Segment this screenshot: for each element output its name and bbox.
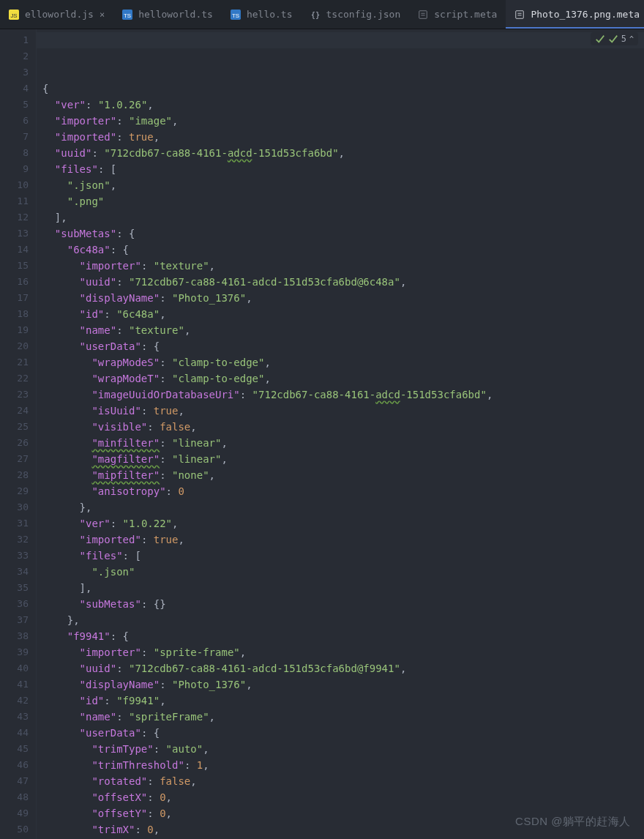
line-number: 2 bbox=[0, 48, 29, 64]
problems-badge[interactable]: 5 ^ bbox=[591, 32, 638, 45]
token bbox=[42, 357, 91, 368]
token: , bbox=[209, 711, 215, 723]
token: "name" bbox=[80, 711, 117, 723]
svg-text:TS: TS bbox=[124, 12, 131, 18]
token: ], bbox=[42, 212, 67, 223]
token: "wrapModeT" bbox=[91, 373, 160, 384]
token: "6c48a" bbox=[67, 244, 111, 256]
token: , bbox=[111, 179, 116, 191]
code-line: "displayName": "Photo_1376", bbox=[42, 676, 644, 693]
token: "mipfilter" bbox=[91, 469, 160, 481]
token bbox=[42, 147, 55, 159]
token: "texture" bbox=[154, 260, 209, 272]
meta-icon bbox=[418, 10, 428, 20]
token: : bbox=[147, 421, 160, 433]
token: : bbox=[147, 775, 160, 787]
svg-text:{}: {} bbox=[310, 10, 320, 18]
token: ], bbox=[42, 582, 91, 594]
code-line: "uuid": "712cdb67-ca88-4161-adcd-151d53c… bbox=[42, 274, 644, 290]
close-icon[interactable]: × bbox=[100, 10, 105, 20]
token bbox=[42, 550, 80, 562]
tab-label: script.meta bbox=[434, 9, 497, 20]
token bbox=[42, 759, 91, 771]
line-number: 4 bbox=[0, 81, 29, 97]
token bbox=[42, 485, 91, 497]
token: "anisotropy" bbox=[91, 485, 165, 497]
code-line: "6c48a": { bbox=[42, 242, 644, 258]
token: : bbox=[104, 695, 116, 706]
token: , bbox=[172, 518, 178, 529]
tab-helloworld-ts[interactable]: TS helloworld.ts bbox=[113, 0, 222, 29]
code-area[interactable]: { "ver": "1.0.26", "importer": "image", … bbox=[37, 29, 644, 839]
token: "1.0.26" bbox=[98, 99, 147, 111]
code-line: "userData": { bbox=[42, 725, 644, 741]
token: "displayName" bbox=[80, 292, 160, 304]
token: "ver" bbox=[80, 518, 111, 529]
token: , bbox=[339, 147, 345, 159]
token: "rotated" bbox=[91, 775, 147, 787]
code-line: "ver": "1.0.26", bbox=[42, 97, 644, 113]
line-number: 46 bbox=[0, 757, 29, 773]
token: , bbox=[487, 389, 493, 400]
line-number: 37 bbox=[0, 612, 29, 628]
token: : { bbox=[111, 244, 129, 256]
tab-script-meta[interactable]: script.meta bbox=[409, 0, 506, 29]
token: "linear" bbox=[172, 453, 221, 465]
token bbox=[42, 292, 80, 304]
token: : { bbox=[111, 630, 129, 642]
code-line: "userData": { bbox=[42, 338, 644, 354]
chevron-up-icon[interactable]: ^ bbox=[629, 35, 634, 43]
token: "importer" bbox=[80, 646, 141, 658]
token: true bbox=[154, 405, 179, 417]
line-number: 19 bbox=[0, 322, 29, 338]
token: : bbox=[116, 131, 129, 143]
editor: 1234567891011121314151617181920212223242… bbox=[0, 29, 644, 839]
code-line: ], bbox=[42, 209, 644, 225]
token: }, bbox=[42, 614, 80, 626]
token: 0 bbox=[160, 808, 165, 819]
token bbox=[42, 711, 80, 723]
token: : { bbox=[141, 727, 160, 739]
token bbox=[42, 598, 80, 610]
line-number: 8 bbox=[0, 145, 29, 161]
token: : [ bbox=[123, 550, 141, 562]
watermark: CSDN @躺平的赶海人 bbox=[515, 815, 631, 829]
ts-icon: TS bbox=[122, 10, 132, 20]
token: "offsetX" bbox=[91, 791, 147, 803]
token: , bbox=[246, 292, 252, 304]
token bbox=[42, 518, 80, 529]
token: , bbox=[178, 405, 184, 417]
token: : bbox=[160, 469, 172, 481]
code-line: "imported": true, bbox=[42, 532, 644, 548]
token: : bbox=[154, 743, 166, 755]
token: "imported" bbox=[55, 131, 116, 143]
code-line: "isUuid": true, bbox=[42, 403, 644, 419]
line-number: 40 bbox=[0, 660, 29, 676]
token: -151d53cfa6bd" bbox=[252, 147, 339, 159]
token: "clamp-to-edge" bbox=[172, 357, 264, 368]
token: ".png" bbox=[67, 195, 105, 207]
token: "auto" bbox=[166, 743, 203, 755]
tab-photo-meta[interactable]: Photo_1376.png.meta × bbox=[506, 0, 644, 29]
check-icon bbox=[608, 34, 618, 44]
line-number: 26 bbox=[0, 435, 29, 451]
code-line: "files": [ bbox=[42, 161, 644, 177]
line-number: 49 bbox=[0, 805, 29, 821]
token: "id" bbox=[80, 695, 105, 706]
tab-tsconfig-json[interactable]: {} tsconfig.json bbox=[302, 0, 410, 29]
tab-elloworld-js[interactable]: JS elloworld.js × bbox=[0, 0, 113, 29]
line-number: 41 bbox=[0, 676, 29, 693]
token bbox=[42, 469, 91, 481]
token: , bbox=[400, 663, 406, 674]
token: "Photo_1376" bbox=[172, 292, 246, 304]
tab-hello-ts[interactable]: TS hello.ts bbox=[222, 0, 302, 29]
code-line: "importer": "texture", bbox=[42, 258, 644, 274]
token: : bbox=[160, 357, 172, 368]
token: ".json" bbox=[91, 566, 135, 578]
code-line: "ver": "1.0.22", bbox=[42, 515, 644, 532]
token: : bbox=[111, 518, 123, 529]
token: "712cdb67-ca88-4161-adcd-151d53cfa6bd@f9… bbox=[129, 663, 400, 674]
token: , bbox=[166, 791, 172, 803]
check-icon bbox=[595, 34, 605, 44]
line-number: 50 bbox=[0, 821, 29, 838]
